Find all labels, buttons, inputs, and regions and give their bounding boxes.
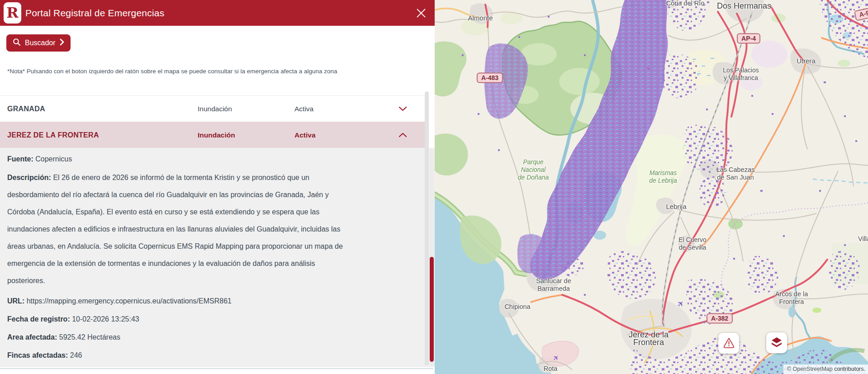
detail-fuente: Fuente: Copernicus (7, 154, 408, 165)
emergency-list: GRANADA Inundación Activa JEREZ DE LA FR… (0, 95, 425, 148)
close-icon[interactable] (416, 8, 427, 19)
map-canvas: ✈ ✈ (435, 0, 868, 374)
row-name: GRANADA (7, 105, 45, 113)
emergency-row-jerez[interactable]: JEREZ DE LA FRONTERA Inundación Activa (0, 122, 425, 148)
map-note: *Nota* Pulsando con el boton izquierdo d… (7, 68, 405, 75)
emergency-map[interactable]: ✈ ✈ Coria del Río Dos Hermanas Almonte U… (435, 0, 868, 374)
road-badge-a483: A-483 (477, 73, 503, 83)
layers-icon (770, 336, 783, 350)
osm-contributors: contributors. (834, 366, 865, 372)
warning-triangle-icon (723, 337, 735, 350)
emergency-detail-panel: Fuente: Copernicus Descripción: El 26 de… (0, 148, 435, 367)
row-type: Inundación (198, 131, 235, 139)
emergency-row-granada[interactable]: GRANADA Inundación Activa (0, 95, 425, 122)
emergencies-warning-button[interactable] (718, 333, 739, 354)
detail-fincas: Fincas afectadas: 246 (7, 346, 408, 365)
detail-scrollbar-thumb[interactable] (430, 257, 434, 362)
row-status: Activa (294, 131, 316, 139)
chevron-right-icon (60, 38, 64, 47)
detail-fecha: Fecha de registro: 10-02-2026 13:25:43 (7, 310, 408, 328)
chevron-up-icon[interactable] (398, 131, 407, 139)
chevron-down-icon[interactable] (398, 105, 407, 113)
row-status: Activa (294, 105, 313, 113)
detail-area: Area afectada: 5925.42 Hectáreas (7, 328, 408, 346)
sidebar-scrollbar[interactable] (425, 91, 429, 365)
sidebar-bottom-divider (0, 368, 433, 369)
detail-url: URL: https://mapping.emergency.copernicu… (7, 292, 408, 310)
panel-header: R Portal Registral de Emergencias (0, 0, 435, 26)
layers-button[interactable] (766, 332, 787, 353)
row-type: Inundación (198, 105, 232, 113)
road-badge-ap4: AP-4 (737, 33, 760, 44)
panel-title: Portal Registral de Emergencias (25, 0, 164, 26)
emergency-panel: R Portal Registral de Emergencias Buscad… (0, 0, 435, 374)
buscador-label: Buscador (25, 39, 56, 47)
row-name: JEREZ DE LA FRONTERA (7, 131, 99, 139)
search-icon (13, 38, 21, 48)
detail-descripcion: Descripción: El 26 de enero de 2026 se i… (7, 169, 408, 289)
road-badge-a382: A-382 (707, 313, 733, 324)
registradores-logo: R (4, 2, 21, 24)
map-attribution: © OpenStreetMap contributors. (783, 365, 868, 374)
buscador-button[interactable]: Buscador (6, 34, 71, 52)
osm-copyright: © OpenStreetMap (787, 366, 834, 372)
